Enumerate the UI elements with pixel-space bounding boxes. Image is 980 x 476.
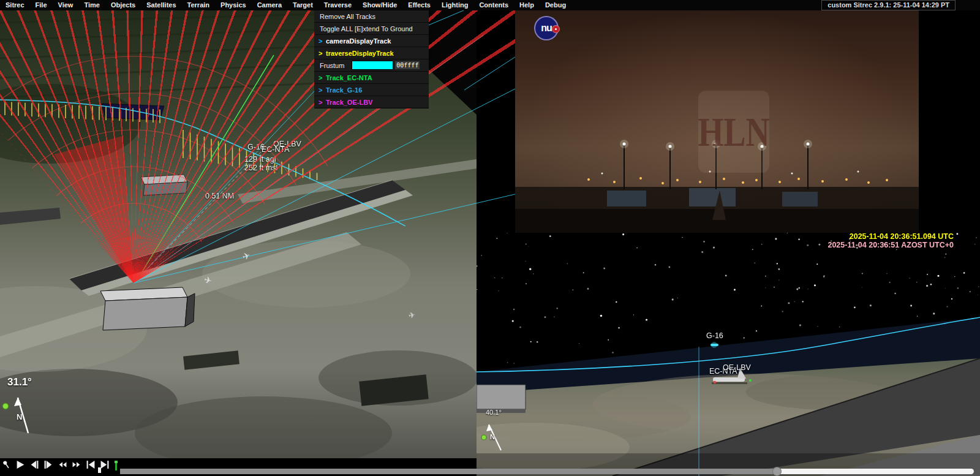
jump-to-start-icon[interactable]: [86, 460, 96, 469]
contents-dropdown: Remove All Tracks Toggle ALL [E]xtend To…: [314, 10, 429, 108]
north-label: N: [490, 433, 495, 440]
menu-satellites[interactable]: Satellites: [141, 0, 181, 10]
menu-effects[interactable]: Effects: [402, 0, 436, 10]
fast-forward-icon[interactable]: [72, 460, 81, 469]
menu-sitrec[interactable]: Sitrec: [0, 0, 30, 10]
timeline-track-elapsed[interactable]: [120, 469, 777, 474]
menu-item-remove-all-tracks[interactable]: Remove All Tracks: [314, 10, 429, 22]
frustum-color-swatch[interactable]: [352, 61, 393, 70]
label-g16: G-16: [706, 331, 723, 340]
camera-3d-view[interactable]: G-16 EC-NTA OE-LBV 40.1° N: [477, 233, 980, 476]
expand-arrow-icon: >: [314, 74, 325, 81]
label-oe-lbv: OE-LBV: [723, 363, 752, 372]
pin-icon[interactable]: [1, 460, 11, 469]
menu-file[interactable]: File: [30, 0, 53, 10]
folder-camera-display-track[interactable]: > cameraDisplayTrack: [314, 34, 429, 47]
frustum-color-row: Frustum 00ffff: [314, 59, 429, 71]
jet-bridge: [689, 188, 736, 206]
menu-time[interactable]: Time: [78, 0, 105, 10]
jump-to-end-icon[interactable]: [100, 460, 110, 469]
location-marker-icon: [481, 435, 486, 440]
frame-back-icon[interactable]: [29, 460, 39, 469]
menu-traverse[interactable]: Traverse: [318, 0, 357, 10]
nu-logo: nu: [534, 16, 559, 40]
folder-track-ec-nta[interactable]: > Track_EC-NTA: [314, 71, 429, 83]
heading-readout: 31.1°: [7, 376, 32, 388]
clock-overlay: 2025-11-04 20:36:51.094 UTC 2025-11-04 2…: [827, 232, 954, 249]
main-3d-view[interactable]: ✈ ✈ ✈ OE-LBV G-16 EC-NTA 129 ft agl 252 …: [0, 10, 515, 458]
folder-track-oe-lbv[interactable]: > Track_OE-LBV: [314, 96, 429, 108]
jet-bridge: [782, 192, 818, 206]
expand-arrow-icon: >: [314, 86, 325, 94]
heading-readout: 40.1°: [486, 409, 502, 416]
building-small: [141, 175, 187, 195]
frustum-color-hex-input[interactable]: 00ffff: [395, 61, 420, 69]
label-agl: 129 ft agl: [244, 155, 276, 164]
rewind-icon[interactable]: [58, 460, 67, 469]
menu-item-toggle-extend-to-ground[interactable]: Toggle ALL [E]xtend To Ground: [314, 22, 429, 34]
folder-track-g16[interactable]: > Track_G-16: [314, 83, 429, 96]
label-range: 0.51 NM: [205, 192, 234, 200]
local-timestamp: 2025-11-04 20:36:51 AZOST UTC+0: [827, 241, 954, 249]
menu-view[interactable]: View: [53, 0, 79, 10]
play-icon[interactable]: [15, 460, 25, 469]
nu-logo-badge-icon: [552, 25, 560, 33]
video-panel[interactable]: nu HLN: [515, 9, 919, 233]
menu-lighting[interactable]: Lighting: [436, 0, 473, 10]
version-label: custom Sitrec 2.9.1: 25-11-04 14:29 PT: [821, 0, 956, 10]
menu-physics[interactable]: Physics: [215, 0, 252, 10]
label-msl: 252 ft msl: [244, 164, 277, 172]
utc-timestamp: 2025-11-04 20:36:51.094 UTC: [827, 232, 954, 241]
timeline-track-remaining[interactable]: [777, 469, 974, 474]
folder-traverse-display-track[interactable]: > traverseDisplayTrack: [314, 47, 429, 59]
timeline-start-marker: [115, 461, 117, 470]
menu-bar: Sitrec File View Time Objects Satellites…: [0, 0, 980, 10]
label-ec-nta: EC-NTA: [262, 145, 290, 154]
location-marker-icon: [2, 403, 9, 409]
menu-terrain[interactable]: Terrain: [182, 0, 215, 10]
nu-logo-text: nu: [541, 23, 552, 34]
building-large: [100, 287, 195, 330]
jet-bridge: [607, 191, 646, 206]
timeline-scrub-handle[interactable]: [772, 467, 782, 476]
menu-show-hide[interactable]: Show/Hide: [357, 0, 402, 10]
timeline-white-marker: [98, 467, 101, 473]
menu-objects[interactable]: Objects: [105, 0, 141, 10]
menu-camera[interactable]: Camera: [252, 0, 287, 10]
north-label: N: [17, 412, 22, 421]
hln-watermark: HLN: [698, 91, 769, 173]
playback-bar: [0, 458, 980, 476]
frame-forward-icon[interactable]: [43, 460, 53, 469]
menu-help[interactable]: Help: [514, 0, 540, 10]
menu-contents[interactable]: Contents: [473, 0, 514, 10]
menu-debug[interactable]: Debug: [540, 0, 571, 10]
expand-arrow-icon: >: [314, 37, 325, 45]
expand-arrow-icon: >: [314, 50, 325, 57]
expand-arrow-icon: >: [314, 99, 325, 106]
terminal-lights: [587, 177, 888, 184]
menu-target[interactable]: Target: [287, 0, 318, 10]
